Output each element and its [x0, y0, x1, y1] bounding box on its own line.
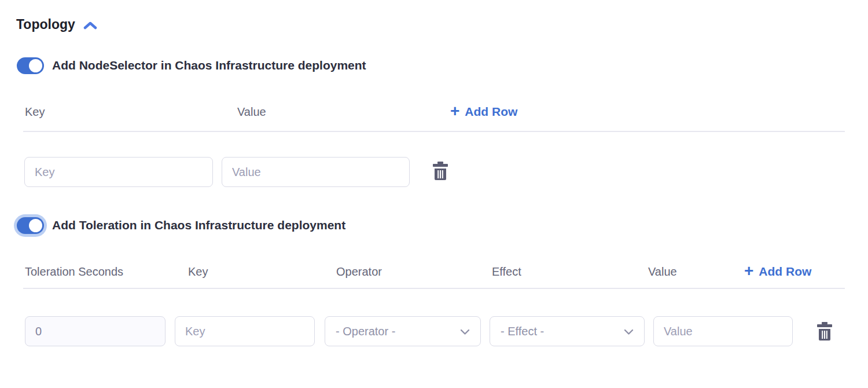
- add-row-label: Add Row: [759, 265, 811, 279]
- node-selector-toggle-label: Add NodeSelector in Chaos Infrastructure…: [52, 58, 366, 72]
- column-header-effect: Effect: [492, 265, 521, 279]
- nodeselector-key-input[interactable]: [24, 157, 213, 187]
- toleration-value-input[interactable]: [653, 316, 793, 346]
- column-header-value: Value: [648, 265, 677, 279]
- add-row-button-toleration[interactable]: + Add Row: [744, 265, 811, 279]
- effect-select-value: - Effect -: [501, 325, 544, 338]
- chevron-up-icon[interactable]: [83, 19, 97, 30]
- toggle-knob: [29, 59, 42, 72]
- toleration-toggle[interactable]: [17, 217, 44, 234]
- plus-icon: +: [744, 265, 753, 277]
- table-header-divider: [23, 288, 845, 289]
- toggle-knob: [29, 219, 42, 232]
- chevron-down-icon: [460, 325, 470, 338]
- topology-settings-panel: Topology Add NodeSelector in Chaos Infra…: [0, 0, 868, 388]
- column-header-key: Key: [25, 105, 45, 119]
- effect-select[interactable]: - Effect -: [490, 316, 645, 346]
- delete-row-button[interactable]: [431, 162, 450, 182]
- section-header-topology[interactable]: Topology: [16, 17, 97, 32]
- table-header-divider: [23, 131, 845, 132]
- plus-icon: +: [450, 105, 459, 117]
- trash-icon: [432, 162, 449, 183]
- operator-select-value: - Operator -: [336, 325, 395, 338]
- trash-icon: [816, 322, 833, 343]
- node-selector-toggle[interactable]: [17, 57, 44, 74]
- column-header-toleration-seconds: Toleration Seconds: [25, 265, 123, 279]
- chevron-down-icon: [624, 325, 634, 338]
- operator-select[interactable]: - Operator -: [325, 316, 481, 346]
- column-header-operator: Operator: [336, 265, 382, 279]
- add-row-label: Add Row: [465, 105, 517, 119]
- add-row-button-nodeselector[interactable]: + Add Row: [450, 105, 517, 119]
- toleration-toggle-label: Add Toleration in Chaos Infrastructure d…: [52, 218, 345, 232]
- toleration-seconds-input[interactable]: [25, 316, 165, 346]
- column-header-key: Key: [188, 265, 208, 279]
- delete-row-button[interactable]: [815, 322, 834, 343]
- column-header-value: Value: [237, 105, 266, 119]
- nodeselector-value-input[interactable]: [222, 157, 410, 187]
- section-title: Topology: [16, 17, 75, 32]
- toleration-key-input[interactable]: [175, 316, 315, 346]
